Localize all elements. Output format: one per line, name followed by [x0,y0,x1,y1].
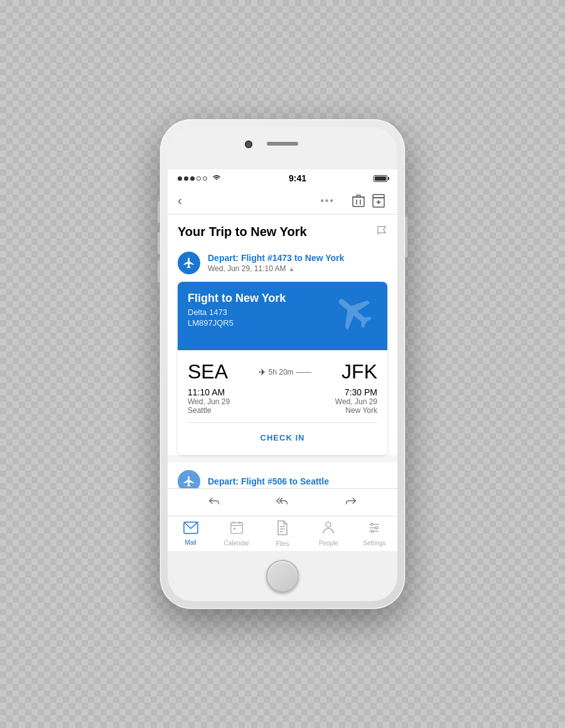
phone-screen: 9:41 ‹ ••• [168,169,397,551]
flight-2-icon [178,470,200,488]
flight-1-header[interactable]: Depart: Flight #1473 to New York Wed, Ju… [168,244,397,282]
flight-card-title: Flight to New York [188,292,286,305]
trip-title: Your Trip to New York [178,225,307,239]
chevron-up-icon: ▲ [289,265,295,272]
svg-point-24 [371,523,374,526]
plane-watermark-icon [326,283,385,346]
phone-speaker [267,142,298,146]
front-camera [245,141,252,148]
signal-area [178,174,222,183]
wifi-icon [212,174,222,183]
flight-1-datetime: Wed, Jun 29, 11:10 AM ▲ [208,264,387,273]
flight-1-title: Depart: Flight #1473 to New York [208,253,387,263]
depart-city: Seattle [188,406,230,415]
people-tab-label: People [319,540,338,547]
flight-card-info: Flight to New York Delta 1473 LM897JQR5 [188,292,286,328]
signal-dot-5 [203,176,207,181]
flight-2-header[interactable]: Depart: Flight #506 to Seattle [168,463,397,488]
tab-bar: Mail Calendar [168,516,397,551]
depart-block: 11:10 AM Wed, Jun 29 Seattle [188,387,230,415]
flag-icon[interactable] [376,225,387,239]
flight-1-section: Depart: Flight #1473 to New York Wed, Ju… [168,244,397,455]
check-in-section: CHECK IN [188,422,377,445]
status-time: 9:41 [289,173,306,183]
forward-button[interactable] [344,494,358,511]
phone-top-bezel [168,127,397,169]
flight-card-code: LM897JQR5 [188,318,286,328]
battery-icon [374,175,387,182]
arrive-date: Wed, Jun 29 [335,397,377,406]
content-area: Your Trip to New York [168,215,397,488]
signal-dot-4 [196,176,201,181]
status-bar: 9:41 [168,169,397,187]
phone-bottom-bezel [168,551,397,601]
archive-button[interactable] [370,192,387,210]
arrive-city: New York [335,406,377,415]
settings-tab-label: Settings [363,540,385,547]
tab-people[interactable]: People [306,521,352,547]
mail-icon [183,522,198,538]
route-row: SEA ✈ 5h 20m —— JFK [188,360,377,383]
origin-code: SEA [188,360,228,383]
action-bar [168,488,397,516]
files-icon [276,520,289,539]
battery-fill [375,176,386,181]
tab-settings[interactable]: Settings [352,521,397,547]
settings-icon [367,521,381,538]
route-middle: ✈ 5h 20m —— [233,367,336,377]
battery-area [374,175,387,182]
reply-button[interactable] [207,494,221,511]
delete-button[interactable] [350,192,367,210]
svg-point-26 [372,530,374,533]
trip-header: Your Trip to New York [168,215,397,244]
back-button[interactable]: ‹ [178,193,182,208]
calendar-tab-label: Calendar [224,540,250,547]
svg-rect-16 [234,528,235,530]
svg-point-25 [375,527,378,529]
svg-rect-12 [231,523,242,533]
tab-files[interactable]: Files [259,520,305,547]
flight-card-airline: Delta 1473 [188,308,286,317]
arrive-time: 7:30 PM [335,387,377,397]
signal-dot-2 [184,176,188,181]
home-button[interactable] [266,560,299,592]
flight-1-icon [178,252,200,274]
signal-dot-1 [178,176,182,181]
flight-2-title: Depart: Flight #506 to Seattle [208,476,329,486]
files-tab-label: Files [276,540,289,547]
plane-small-icon: ✈ [259,367,266,377]
arrive-block: 7:30 PM Wed, Jun 29 New York [335,387,377,415]
signal-dot-3 [190,176,195,181]
more-options-button[interactable]: ••• [320,195,335,206]
route-info: ✈ 5h 20m —— [259,367,311,377]
reply-all-button[interactable] [276,494,289,511]
check-in-button[interactable]: CHECK IN [258,431,308,445]
phone-device: 9:41 ‹ ••• [160,119,405,609]
flight-card-body: SEA ✈ 5h 20m —— JFK [178,350,387,455]
dest-code: JFK [342,360,377,383]
flight-1-info: Depart: Flight #1473 to New York Wed, Ju… [208,253,387,273]
tab-calendar[interactable]: Calendar [213,521,259,547]
tab-mail[interactable]: Mail [168,522,213,546]
people-icon [321,521,336,538]
flight-card-header: Flight to New York Delta 1473 LM897JQR5 [178,282,387,350]
depart-date: Wed, Jun 29 [188,397,230,406]
flight-card: Flight to New York Delta 1473 LM897JQR5 [178,282,387,455]
navigation-bar: ‹ ••• [168,187,397,215]
mail-tab-label: Mail [185,539,196,546]
svg-point-20 [326,522,331,527]
depart-time: 11:10 AM [188,387,230,397]
svg-rect-0 [353,197,364,206]
calendar-icon [230,521,244,538]
times-row: 11:10 AM Wed, Jun 29 Seattle 7:30 PM Wed… [188,387,377,415]
